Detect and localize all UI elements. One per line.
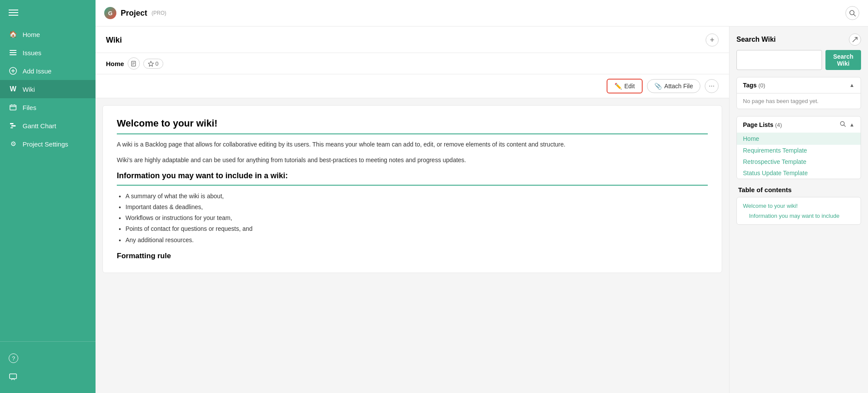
sidebar-item-label: Files — [23, 104, 36, 111]
wiki-title-row: Wiki — [106, 36, 122, 51]
rs-search-header: Search Wiki — [736, 33, 861, 46]
page-lists-title-row: Page Lists (4) — [743, 121, 782, 128]
project-logo: G — [104, 7, 116, 19]
sidebar-item-label: Home — [23, 31, 40, 38]
page-lists-chevron-icon: ▲ — [849, 122, 855, 128]
page-lists-header[interactable]: Page Lists (4) ▲ — [737, 117, 861, 133]
tags-section-header[interactable]: Tags (0) ▲ — [737, 77, 861, 93]
page-doc-icon-button[interactable] — [128, 57, 140, 70]
main-area: G Project (PRO) Wiki + Home — [96, 0, 868, 393]
header-search-icon[interactable] — [845, 6, 859, 20]
tags-section-body: No page has been tagged yet. — [737, 93, 861, 109]
feedback-icon — [9, 373, 17, 381]
search-wiki-button[interactable]: Search Wiki — [825, 50, 861, 70]
toc-item-2[interactable]: Information you may want to include — [737, 211, 861, 221]
wiki-actions: ✏️ Edit 📎 Attach File ··· — [96, 74, 729, 98]
files-icon — [9, 103, 17, 112]
page-list-item-home[interactable]: Home — [737, 133, 861, 145]
wiki-heading3: Formatting rule — [117, 252, 708, 260]
page-lists-search-icon[interactable] — [840, 121, 846, 128]
page-list-item-requirements[interactable]: Requirements Template — [737, 145, 861, 156]
content-area: Wiki + Home 0 — [96, 27, 868, 393]
wiki-body: Welcome to your wiki! A wiki is a Backlo… — [102, 105, 722, 273]
edit-icon: ✏️ — [614, 83, 622, 90]
page-list-item-retrospective[interactable]: Retrospective Template — [737, 156, 861, 167]
page-list-item-status-update[interactable]: Status Update Template — [737, 167, 861, 179]
toc-body: Welcome to your wiki! Information you ma… — [736, 197, 861, 225]
page-lists-count: (4) — [775, 122, 782, 128]
svg-rect-1 — [10, 52, 17, 53]
app-title: Project — [121, 9, 147, 18]
star-button[interactable]: 0 — [143, 59, 163, 69]
tags-title: Tags — [743, 82, 757, 89]
svg-marker-17 — [148, 61, 153, 66]
sidebar-item-wiki[interactable]: W Wiki — [0, 80, 96, 98]
sidebar-item-add-issue[interactable]: Add Issue — [0, 62, 96, 80]
sidebar-item-project-settings[interactable]: ⚙ Project Settings — [0, 135, 96, 153]
pro-badge: (PRO) — [152, 10, 166, 16]
right-sidebar: Search Wiki Search Wiki Tags (0) ▲ — [729, 27, 868, 393]
more-icon: ··· — [709, 82, 714, 90]
tags-section: Tags (0) ▲ No page has been tagged yet. — [736, 77, 861, 109]
expand-button[interactable] — [849, 33, 861, 46]
sidebar-item-home[interactable]: 🏠 Home — [0, 25, 96, 43]
search-wiki-input[interactable] — [736, 50, 822, 70]
sidebar-bottom: ? — [0, 341, 96, 393]
wiki-icon: W — [9, 85, 17, 93]
wiki-title: Wiki — [106, 36, 122, 51]
wiki-page-row: Home 0 — [96, 53, 729, 74]
issues-icon — [9, 48, 17, 57]
wiki-heading2: Information you may want to include in a… — [117, 171, 708, 186]
svg-rect-7 — [10, 123, 13, 124]
list-item: A summary of what the wiki is about, — [125, 191, 708, 202]
toc-title: Table of contents — [736, 186, 861, 193]
list-item: Points of contact for questions or reque… — [125, 223, 708, 234]
list-item: Any additional resources. — [125, 235, 708, 246]
list-item: Workflows or instructions for your team, — [125, 213, 708, 223]
svg-line-19 — [844, 125, 846, 127]
sidebar-item-issues[interactable]: Issues — [0, 43, 96, 62]
add-issue-icon — [9, 67, 17, 75]
help-icon: ? — [9, 353, 18, 363]
more-actions-button[interactable]: ··· — [705, 79, 719, 93]
sidebar-item-label: Wiki — [23, 86, 35, 93]
sidebar-item-gantt[interactable]: Gantt Chart — [0, 117, 96, 135]
home-icon: 🏠 — [9, 30, 17, 39]
page-lists-body: Home Requirements Template Retrospective… — [737, 133, 861, 179]
svg-line-12 — [854, 14, 855, 16]
attach-icon: 📎 — [654, 83, 662, 90]
gantt-icon — [9, 121, 17, 130]
wiki-paragraph2: Wiki's are highly adaptable and can be u… — [117, 155, 708, 165]
list-item: Important dates & deadlines, — [125, 202, 708, 213]
sidebar-item-label: Issues — [23, 49, 41, 57]
page-lists-title: Page Lists — [743, 121, 773, 128]
top-header: G Project (PRO) — [96, 0, 868, 27]
toc-section: Table of contents Welcome to your wiki! … — [736, 186, 861, 225]
svg-rect-10 — [10, 374, 17, 379]
svg-rect-0 — [10, 50, 17, 51]
svg-rect-8 — [11, 125, 16, 127]
sidebar-nav: 🏠 Home Issues Add Issue W Wiki Files — [0, 22, 96, 341]
edit-label: Edit — [624, 83, 635, 90]
sidebar-item-label: Project Settings — [23, 140, 68, 148]
tags-empty-message: No page has been tagged yet. — [743, 98, 818, 104]
toc-item-1[interactable]: Welcome to your wiki! — [737, 201, 861, 211]
wiki-header: Wiki + — [96, 27, 729, 53]
wiki-list: A summary of what the wiki is about, Imp… — [117, 191, 708, 246]
svg-rect-9 — [10, 127, 13, 128]
sidebar-item-label: Gantt Chart — [23, 122, 56, 130]
settings-icon: ⚙ — [9, 140, 17, 148]
page-lists-section: Page Lists (4) ▲ Home Requirements Templ… — [736, 116, 861, 179]
wiki-page-info: Home 0 — [106, 57, 163, 70]
attach-label: Attach File — [664, 83, 693, 90]
search-wiki-title: Search Wiki — [736, 36, 776, 43]
sidebar-item-feedback[interactable] — [0, 368, 96, 386]
wiki-add-page-button[interactable]: + — [706, 33, 719, 47]
wiki-paragraph1: A wiki is a Backlog page that allows for… — [117, 140, 708, 149]
sidebar-item-files[interactable]: Files — [0, 98, 96, 117]
sidebar: 🏠 Home Issues Add Issue W Wiki Files — [0, 0, 96, 393]
edit-button[interactable]: ✏️ Edit — [607, 79, 643, 93]
sidebar-item-help[interactable]: ? — [0, 349, 96, 368]
attach-file-button[interactable]: 📎 Attach File — [647, 79, 700, 93]
menu-icon[interactable] — [0, 0, 96, 22]
